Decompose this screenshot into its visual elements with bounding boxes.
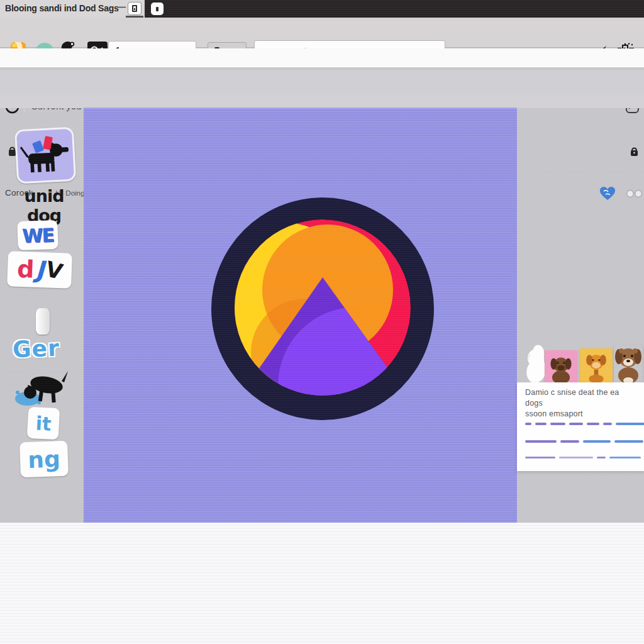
sticker-dj-letter-d: d (16, 255, 35, 284)
sticker-we-label: WE (22, 224, 54, 247)
sticker-ribbon-dog[interactable] (14, 127, 76, 184)
tab-overflow-dash: — (117, 2, 126, 12)
glasses-icon[interactable] (626, 187, 643, 201)
tab-page-icon (132, 5, 137, 12)
sticker-ng[interactable]: ng (19, 441, 69, 478)
sticker-we[interactable]: WE (17, 220, 58, 250)
text-line-placeholder (525, 457, 641, 458)
ribbon-row: Corock №Doings Anlmdes" Slapuet Lmees Ai… (0, 92, 644, 108)
sticker-it-label: it (35, 412, 52, 435)
active-tab-title[interactable]: Blooing sandi ind Dod Sags (5, 3, 119, 13)
text-line-placeholder (525, 440, 643, 443)
tab-strip-dark-region (145, 0, 644, 18)
pinned-tab-button[interactable] (151, 3, 164, 15)
dog-sniffing-icon (24, 371, 68, 402)
bookmark-bar: Survont you we 25 con Vmx. Coury (0, 48, 644, 69)
sticker-ng-label: ng (28, 446, 61, 473)
fluffy-dog-icon (614, 345, 643, 384)
popup-line-2: ssoon emsaport (525, 409, 638, 419)
brown-dog-icon (547, 353, 575, 384)
sticker-ger[interactable]: Ger (12, 335, 60, 363)
sticker-it[interactable]: it (27, 407, 60, 440)
menu-bar: Granosee NQL Tráined ac Rwwarn (0, 70, 644, 92)
dog-info-popup[interactable]: Damio c snise deat the ea dogs ssoon ems… (517, 382, 644, 471)
sticker-dj-collage[interactable]: d J Ⅴ (7, 251, 72, 289)
orange-dog-icon (584, 352, 609, 384)
tab-dot-icon (156, 7, 158, 11)
sticker-dj-swoosh: Ⅴ (43, 256, 65, 284)
dog-thumbnail-pink[interactable] (545, 350, 577, 384)
page-bottom-area (0, 523, 644, 644)
sticker-caption-unid-dog[interactable]: unid dog (8, 186, 80, 225)
dog-thumbnail-yellow[interactable] (580, 348, 613, 384)
heart-paw-icon[interactable] (598, 186, 617, 203)
tab-bar: Blooing sandi ind Dod Sags — (0, 0, 644, 18)
browser-window: Blooing sandi ind Dod Sags — (0, 0, 644, 644)
popup-text: Damio c snise deat the ea dogs ssoon ems… (525, 387, 638, 419)
sticker-cylinder[interactable] (36, 308, 50, 335)
new-tab-button[interactable] (128, 2, 142, 15)
text-line-placeholder (525, 423, 644, 425)
sticker-splash-dog[interactable] (11, 366, 69, 410)
popup-line-1: Damio c snise deat the ea dogs (525, 387, 638, 409)
mountain-logo-artwork[interactable] (211, 197, 435, 421)
lock-icon[interactable] (630, 146, 639, 159)
dog-silhouette-icon (18, 132, 73, 179)
browser-toolbar: Ki Thinine (0, 18, 644, 48)
dog-thumbnail-fluffy[interactable] (614, 345, 643, 384)
